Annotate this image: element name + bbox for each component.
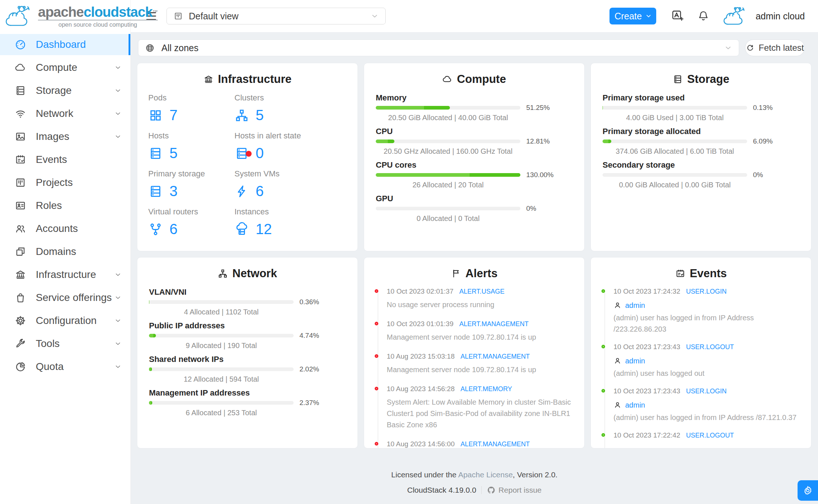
- event-category-link[interactable]: USER.LOGIN: [686, 288, 727, 295]
- version-text: CloudStack 4.19.0.0: [407, 486, 476, 495]
- timeline-dot-red: [375, 387, 378, 390]
- progress-bar: [376, 173, 520, 177]
- create-button[interactable]: Create: [609, 8, 656, 24]
- divider: [481, 486, 482, 494]
- compute-card-title: Compute: [364, 73, 584, 86]
- alert-category-link[interactable]: ALERT.USAGE: [459, 288, 505, 295]
- apache-license-link[interactable]: Apache License: [458, 470, 513, 479]
- timeline-dot-red: [375, 442, 378, 446]
- alert-category-link[interactable]: ALERT.MEMORY: [460, 385, 512, 393]
- cluster-icon: [234, 108, 249, 123]
- translate-icon[interactable]: [671, 9, 685, 23]
- bell-icon[interactable]: [697, 10, 710, 22]
- chevron-down-icon: [114, 87, 122, 94]
- alert-category-link[interactable]: ALERT.MANAGEMENT: [459, 320, 529, 328]
- stat-hosts: Hosts 5: [148, 131, 234, 169]
- stat-clusters: Clusters 5: [234, 93, 358, 131]
- progress-bar: [149, 401, 294, 405]
- progress-bar: [376, 106, 520, 110]
- stat-hosts-alert: Hosts in alert state 0: [234, 131, 358, 169]
- event-user-link[interactable]: admin: [614, 355, 801, 366]
- project-icon: [173, 11, 183, 21]
- progress-bar: [149, 334, 294, 337]
- logo-wordmark: apachecloudstack™ open source cloud comp…: [38, 5, 158, 28]
- sidebar-item-quota[interactable]: Quota: [0, 356, 130, 377]
- storage-card: Storage Primary storage used 0.13% 4.00 …: [590, 63, 811, 251]
- storage-usage-list: Primary storage used 0.13% 4.00 GiB Used…: [603, 93, 799, 190]
- events-timeline: 10 Oct 2023 17:24:32USER.LOGIN admin (ad…: [591, 287, 811, 442]
- sidebar-item-projects[interactable]: Projects: [0, 172, 130, 193]
- settings-panel-button[interactable]: [798, 480, 818, 501]
- gear-icon: [803, 485, 813, 496]
- view-select[interactable]: Default view: [167, 8, 386, 24]
- timeline-dot-red: [375, 289, 378, 293]
- database-icon: [148, 146, 163, 161]
- sidebar-item-storage[interactable]: Storage: [0, 80, 130, 101]
- event-user-link[interactable]: admin: [614, 300, 801, 311]
- sidebar-item-network[interactable]: Network: [0, 103, 130, 124]
- timeline-dot-green: [601, 345, 605, 348]
- alert-category-link[interactable]: ALERT.MANAGEMENT: [460, 353, 530, 360]
- cloud-icon: [442, 74, 452, 84]
- zone-select[interactable]: All zones: [138, 39, 739, 56]
- top-bar: Default view Create admin cloud: [131, 0, 818, 32]
- sidebar-item-infrastructure[interactable]: Infrastructure: [0, 264, 130, 285]
- project-icon: [15, 177, 26, 188]
- events-card-title: Events: [591, 267, 811, 280]
- usage-row-gpu: GPU 0% 0 Allocated | 0 Total: [376, 194, 573, 224]
- chevron-down-icon: [114, 363, 122, 370]
- progress-bar: [603, 173, 747, 177]
- flag-icon: [451, 268, 461, 279]
- zone-select-value: All zones: [161, 43, 724, 53]
- sidebar: apachecloudstack™ open source cloud comp…: [0, 0, 131, 504]
- timeline-dot-red: [375, 354, 378, 358]
- sidebar-item-compute[interactable]: Compute: [0, 57, 130, 78]
- idcard-icon: [15, 200, 26, 211]
- user-name[interactable]: admin cloud: [756, 11, 805, 22]
- user-avatar[interactable]: [720, 5, 751, 27]
- fetch-latest-button[interactable]: Fetch latest: [745, 39, 805, 56]
- sidebar-item-images[interactable]: Images: [0, 126, 130, 147]
- report-issue-link[interactable]: Report issue: [487, 486, 542, 495]
- usage-row-cpu-cores: CPU cores 130.00% 26 Allocated | 20 Tota…: [376, 160, 573, 190]
- alert-item: 10 Aug 2023 14:56:28ALERT.MEMORY System …: [387, 385, 574, 431]
- app-logo[interactable]: apachecloudstack™ open source cloud comp…: [0, 0, 130, 32]
- event-category-link[interactable]: USER.LOGIN: [686, 387, 727, 395]
- footer: Licensed under the Apache License, Versi…: [131, 469, 818, 496]
- thunderbolt-icon: [234, 184, 249, 199]
- usage-row-primary-used: Primary storage used 0.13% 4.00 GiB Used…: [603, 93, 799, 123]
- wrench-icon: [15, 338, 26, 350]
- sidebar-item-configuration[interactable]: Configuration: [0, 310, 130, 331]
- event-item: 10 Oct 2023 17:24:32USER.LOGIN admin (ad…: [614, 287, 801, 335]
- sidebar-item-tools[interactable]: Tools: [0, 333, 130, 354]
- sidebar-item-service-offerings[interactable]: Service offerings: [0, 287, 130, 308]
- event-category-link[interactable]: USER.LOGOUT: [686, 432, 734, 439]
- usage-row-primary-allocated: Primary storage allocated 6.09% 374.06 G…: [603, 127, 799, 157]
- usage-row-public-ip: Public IP addresses 4.74% 9 Allocated | …: [149, 321, 346, 351]
- picture-icon: [15, 131, 26, 142]
- sidebar-item-domains[interactable]: Domains: [0, 241, 130, 262]
- sidebar-item-roles[interactable]: Roles: [0, 195, 130, 216]
- appstore-icon: [148, 108, 163, 123]
- reload-icon: [746, 44, 754, 52]
- database-icon: [148, 184, 163, 199]
- schedule-icon: [675, 268, 685, 279]
- usage-row-cpu: CPU 12.81% 20.50 GHz Allocated | 160.00 …: [376, 127, 573, 157]
- sidebar-item-events[interactable]: Events: [0, 149, 130, 170]
- timeline-dot-green: [601, 289, 605, 293]
- network-card: Network VLAN/VNI 0.36% 4 Allocated | 110…: [137, 257, 358, 448]
- event-user-link[interactable]: admin: [614, 400, 801, 411]
- gear-icon: [15, 315, 26, 327]
- usage-row-shared-ip: Shared network IPs 2.02% 12 Allocated | …: [149, 355, 346, 385]
- sidebar-item-accounts[interactable]: Accounts: [0, 218, 130, 239]
- chevron-down-icon: [114, 110, 122, 117]
- sidebar-item-dashboard[interactable]: Dashboard: [0, 34, 130, 55]
- event-category-link[interactable]: USER.LOGOUT: [686, 343, 734, 351]
- stat-system-vms: System VMs 6: [234, 169, 358, 207]
- fetch-latest-label: Fetch latest: [758, 43, 804, 53]
- infrastructure-card-title: Infrastructure: [137, 73, 358, 86]
- schedule-icon: [15, 154, 26, 165]
- compute-card: Compute Memory 51.25% 20.50 GiB Allocate…: [364, 63, 585, 251]
- alert-category-link[interactable]: ALERT.MANAGEMENT: [460, 440, 530, 448]
- sidebar-menu: Dashboard Compute Storage Network Images…: [0, 34, 130, 377]
